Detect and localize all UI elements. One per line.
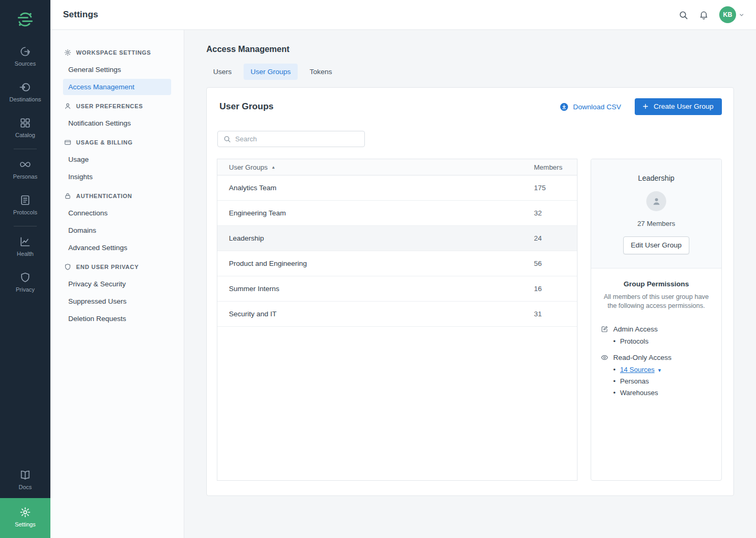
sidebar-item-sources[interactable]: Sources (0, 39, 50, 75)
edit-user-group-button[interactable]: Edit User Group (623, 236, 690, 254)
search-input[interactable] (235, 135, 359, 143)
sources-count-link[interactable]: 14 Sources (620, 366, 655, 374)
avatar: KB (719, 6, 736, 23)
sidebar-item-health[interactable]: Health (0, 229, 50, 265)
tab-users[interactable]: Users (206, 64, 238, 80)
main-content: Access Management Users User Groups Toke… (184, 30, 756, 538)
table-row[interactable]: Analytics Team 175 (217, 175, 577, 201)
section-title: USAGE & BILLING (76, 139, 133, 146)
docs-icon (19, 469, 31, 481)
download-csv-label: Download CSV (573, 103, 621, 111)
members-count-cell: 56 (534, 260, 577, 267)
topbar-actions: KB (678, 6, 744, 23)
tab-tokens[interactable]: Tokens (303, 64, 339, 80)
group-avatar (646, 191, 666, 211)
table-and-detail: User Groups ▲ Members Analytics Team (217, 159, 722, 481)
sidebar-item-personas[interactable]: Personas (0, 152, 50, 188)
sidebar-item-destinations[interactable]: Destinations (0, 75, 50, 110)
admin-access-list: Protocols (601, 337, 712, 345)
sidebar-item-advanced-settings[interactable]: Advanced Settings (63, 240, 171, 256)
members-count-cell: 24 (534, 234, 577, 242)
column-header-members[interactable]: Members (534, 163, 577, 171)
nav-section-authentication: AUTHENTICATION Connections Domains Advan… (63, 192, 171, 256)
sidebar-item-privacy[interactable]: Privacy (0, 265, 50, 301)
shell: Settings KB (50, 0, 756, 538)
plus-icon (642, 103, 649, 110)
settings-gear-icon (19, 506, 31, 518)
sidebar-item-domains[interactable]: Domains (63, 222, 171, 239)
table-row[interactable]: Security and IT 31 (217, 302, 577, 327)
create-user-group-label: Create User Group (654, 102, 713, 110)
page-title: Settings (63, 9, 98, 20)
group-name-cell: Security and IT (217, 310, 534, 318)
sidebar-item-suppressed-users[interactable]: Suppressed Users (63, 293, 171, 309)
caret-down-icon[interactable]: ▼ (657, 368, 662, 373)
search-button[interactable] (678, 10, 688, 20)
download-csv-button[interactable]: Download CSV (560, 102, 621, 111)
sidebar-item-privacy-security[interactable]: Privacy & Security (63, 276, 171, 292)
column-label: User Groups (229, 163, 268, 171)
permission-item: Protocols (620, 337, 712, 345)
table-row[interactable]: Product and Engineering 56 (217, 251, 577, 276)
tab-user-groups[interactable]: User Groups (244, 64, 298, 80)
table-empty-area (217, 327, 577, 480)
destinations-icon (19, 81, 31, 93)
sidebar-item-insights[interactable]: Insights (63, 169, 171, 185)
permission-item: Personas (620, 377, 712, 385)
user-groups-table: User Groups ▲ Members Analytics Team (217, 159, 578, 481)
section-header: WORKSPACE SETTINGS (63, 49, 171, 56)
section-title: AUTHENTICATION (76, 193, 132, 199)
group-name-cell: Summer Interns (217, 285, 534, 293)
sidebar-label: Docs (18, 484, 32, 490)
members-count-cell: 175 (534, 184, 577, 192)
account-menu[interactable]: KB (719, 6, 744, 23)
sources-icon (19, 46, 31, 57)
permissions-description: All members of this user group have the … (602, 293, 711, 311)
nav-section-user-preferences: USER PREFERENCES Notification Settings (63, 102, 171, 131)
catalog-icon (19, 117, 31, 129)
sidebar-item-notification-settings[interactable]: Notification Settings (63, 115, 171, 131)
permission-item-sources: 14 Sources▼ (620, 366, 712, 374)
read-only-access-header: Read-Only Access (601, 354, 712, 361)
sidebar-item-protocols[interactable]: Protocols (0, 188, 50, 223)
section-header: AUTHENTICATION (63, 192, 171, 200)
notifications-button[interactable] (699, 10, 709, 20)
primary-sidebar: Sources Destinations Catalog Personas (0, 0, 50, 538)
sidebar-item-settings[interactable]: Settings (0, 498, 50, 538)
group-name-cell: Analytics Team (217, 184, 534, 192)
table-row-selected[interactable]: Leadership 24 (217, 226, 577, 251)
privacy-shield-icon (19, 272, 31, 283)
sidebar-item-general-settings[interactable]: General Settings (63, 61, 171, 78)
download-icon (560, 102, 569, 111)
create-user-group-button[interactable]: Create User Group (635, 98, 722, 115)
sidebar-item-usage[interactable]: Usage (63, 151, 171, 168)
user-icon (652, 196, 662, 206)
group-name-cell: Leadership (217, 234, 534, 242)
table-row[interactable]: Engineering Team 32 (217, 201, 577, 226)
section-title: USER PREFERENCES (76, 103, 143, 109)
section-header: USAGE & BILLING (63, 139, 171, 146)
sort-ascending-icon: ▲ (271, 165, 276, 170)
sidebar-item-docs[interactable]: Docs (0, 462, 50, 498)
sidebar-item-deletion-requests[interactable]: Deletion Requests (63, 311, 171, 327)
sidebar-label: Destinations (9, 96, 41, 102)
sidebar-divider (14, 226, 37, 226)
tab-bar: Users User Groups Tokens (206, 64, 734, 80)
sidebar-label: Health (17, 251, 34, 257)
sidebar-item-connections[interactable]: Connections (63, 205, 171, 221)
column-header-user-groups[interactable]: User Groups ▲ (217, 163, 534, 171)
nav-section-end-user-privacy: END USER PRIVACY Privacy & Security Supp… (63, 263, 171, 327)
table-row[interactable]: Summer Interns 16 (217, 276, 577, 302)
column-label: Members (534, 163, 562, 171)
credit-card-icon (64, 139, 71, 146)
eye-icon (601, 354, 608, 361)
group-name-cell: Engineering Team (217, 209, 534, 217)
sidebar-item-catalog[interactable]: Catalog (0, 110, 50, 146)
card-header: User Groups Download CSV (207, 88, 733, 123)
segment-logo[interactable] (0, 0, 50, 39)
sidebar-item-access-management[interactable]: Access Management (63, 79, 171, 95)
settings-sidebar: WORKSPACE SETTINGS General Settings Acce… (50, 30, 184, 538)
app-root: Sources Destinations Catalog Personas (0, 0, 756, 538)
members-count-cell: 32 (534, 209, 577, 217)
personas-icon (19, 159, 31, 170)
